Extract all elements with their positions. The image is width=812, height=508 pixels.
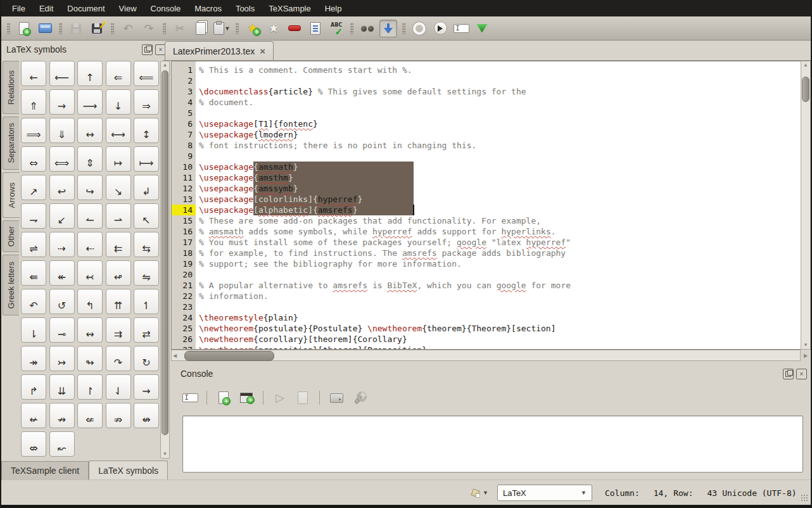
panel-tab-arrows[interactable]: Arrows [3,172,20,218]
symbol-button-←[interactable]: ← [21,61,46,86]
console-input-field-button[interactable]: I [181,389,199,407]
new-document-button[interactable]: + [15,20,33,37]
symbol-button-⟷[interactable]: ⟷ [106,118,131,143]
symbol-button-↱[interactable]: ↱ [21,374,46,400]
symbol-button-↣[interactable]: ↣ [49,346,75,371]
paste-button[interactable]: ▼ [213,20,231,37]
abort-button[interactable] [294,389,312,407]
resize-grip[interactable] [801,494,808,502]
symbol-button-↦[interactable]: ↦ [106,146,131,172]
undo-button[interactable]: ↶ [119,20,137,37]
symbol-button-↕[interactable]: ↕ [134,118,159,143]
symbol-button-⇆[interactable]: ⇆ [134,232,159,257]
code-editor[interactable]: 1234567891011121314151617181920212223242… [171,61,801,350]
symbol-button-⇑[interactable]: ⇑ [21,89,46,115]
symbol-button-⇝[interactable]: ⇝ [134,374,159,400]
toolbar-grip[interactable] [236,23,239,34]
symbol-button-⇐[interactable]: ⇐ [106,61,131,86]
symbol-button-⇋[interactable]: ⇋ [134,260,159,286]
document-markup-button[interactable] [307,20,324,37]
symbol-button-⟼[interactable]: ⟼ [134,146,159,172]
symbol-button-↰[interactable]: ↰ [77,289,103,314]
symbol-button-↮[interactable]: ↮ [134,403,159,428]
panel-tab-relations[interactable]: Relations [3,61,19,114]
menu-edit[interactable]: Edit [32,1,60,16]
symbol-button-⇚[interactable]: ⇚ [21,260,46,286]
symbol-button-→[interactable]: → [49,89,75,115]
menu-help[interactable]: Help [318,1,349,16]
remove-button[interactable] [286,20,303,37]
float-console-button[interactable] [783,369,794,379]
float-panel-button[interactable] [142,44,153,55]
new-terminal-button[interactable]: + [238,389,255,407]
menu-file[interactable]: File [5,1,32,16]
symbol-button-↪[interactable]: ↪ [77,175,103,200]
symbol-button-⇈[interactable]: ⇈ [106,289,131,314]
console-input[interactable] [182,416,803,473]
symbol-button-⇍[interactable]: ⇍ [77,403,103,428]
symbol-button-↛[interactable]: ↛ [49,403,75,428]
editor-tab[interactable]: LatexPrimer2013.tex × [165,41,274,60]
symbol-button-⇔[interactable]: ⇔ [21,146,46,172]
scroll-down-icon[interactable]: ▼ [801,341,810,349]
menu-tools[interactable]: Tools [229,1,262,16]
filter-button[interactable] [473,20,491,37]
symbol-button-⟹[interactable]: ⟹ [21,118,46,143]
panel-tab-other[interactable]: Other [3,220,19,252]
symbol-button-⇄[interactable]: ⇄ [134,317,159,343]
close-tab-icon[interactable]: × [260,46,265,56]
symbol-button-⇊[interactable]: ⇊ [49,374,75,400]
symbol-button-⇒[interactable]: ⇒ [134,89,159,115]
save-as-button[interactable] [88,20,106,37]
symbol-button-↿[interactable]: ↿ [134,289,159,314]
toolbar-grip[interactable] [7,23,10,34]
symbol-button-↩[interactable]: ↩ [49,175,75,200]
insert-text-field-button[interactable]: I [452,20,470,37]
symbol-button-↘[interactable]: ↘ [106,175,131,200]
scrollbar-handle[interactable] [184,351,274,361]
toolbar-grip[interactable] [59,23,62,34]
symbol-button-⇇[interactable]: ⇇ [106,232,131,257]
code-area[interactable]: % This is a comment. Comments start with… [196,61,801,350]
editor-vertical-scrollbar[interactable]: ▲ ▼ [801,61,811,350]
symbol-button-↷[interactable]: ↷ [106,346,131,371]
symbol-button-↙[interactable]: ↙ [49,203,75,229]
symbol-button-⇌[interactable]: ⇌ [21,232,46,257]
add-favorite-button[interactable]: ★+ [244,20,262,37]
scrollbar-handle[interactable] [802,77,809,102]
symbol-button-↼[interactable]: ↼ [77,203,103,229]
symbol-button-⇃[interactable]: ⇃ [106,374,131,400]
scroll-left-icon[interactable]: ◀ [173,350,181,360]
symbol-button-↚[interactable]: ↚ [21,403,46,428]
symbol-button-⇕[interactable]: ⇕ [77,146,103,172]
symbol-button-↻[interactable]: ↻ [134,346,159,371]
scroll-right-icon[interactable]: ▶ [801,350,811,361]
dock-tab-texsample-client[interactable]: TeXSample client [1,461,89,479]
highlight-mode-icon[interactable] [471,488,480,497]
toolbar-grip[interactable] [111,23,114,34]
play-macro-button[interactable] [431,20,449,37]
symbol-button-⇉[interactable]: ⇉ [106,317,131,343]
spell-check-button[interactable]: ABC✓ [327,20,345,37]
console-settings-button[interactable] [350,389,368,407]
symbol-button-↞[interactable]: ↞ [49,260,75,286]
menu-view[interactable]: View [112,1,144,16]
symbol-button-⇢[interactable]: ⇢ [49,232,75,257]
panel-tab-separators[interactable]: Separators [3,117,19,170]
menu-document[interactable]: Document [60,1,111,16]
close-console-button[interactable]: × [796,369,807,379]
symbol-button-⟸[interactable]: ⟸ [134,61,159,86]
panel-tab-greek-letters[interactable]: Greek letters [3,255,19,315]
favorite-button[interactable]: ★ [265,20,282,37]
symbol-button-↬[interactable]: ↬ [77,346,103,371]
open-file-button[interactable] [36,20,54,37]
symbol-button-↭[interactable]: ↭ [77,317,103,343]
toolbar-grip[interactable] [350,23,353,34]
toolbar-grip[interactable] [163,23,166,34]
symbol-button-↔[interactable]: ↔ [77,118,103,143]
copy-button[interactable] [192,20,210,37]
symbol-button-↲[interactable]: ↲ [134,175,159,200]
symbol-button-⇂[interactable]: ⇂ [21,317,46,343]
symbol-button-↑[interactable]: ↑ [77,61,103,86]
symbol-button-↢[interactable]: ↢ [77,260,103,286]
